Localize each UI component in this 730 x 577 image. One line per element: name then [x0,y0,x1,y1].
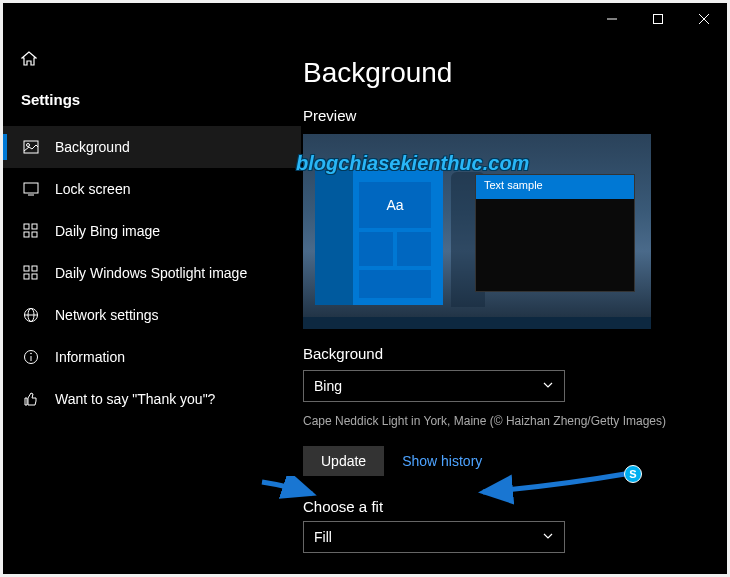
info-icon [21,349,41,365]
svg-rect-10 [24,232,29,237]
settings-window: Settings Background Lock screen Daily Bi… [3,3,727,574]
thumbsup-icon [21,391,41,407]
button-row: Update Show history [303,446,703,476]
chevron-down-icon [542,378,554,394]
preview-sample-window: Text sample [475,174,635,292]
sidebar-item-thankyou[interactable]: Want to say "Thank you"? [3,378,301,420]
titlebar [3,3,727,35]
svg-rect-13 [32,266,37,271]
page-title: Background [303,57,703,89]
svg-point-5 [27,144,30,147]
preview-start-menu: Aa [315,170,443,305]
svg-rect-6 [24,183,38,193]
preview-window-title: Text sample [476,175,634,199]
nav-label: Lock screen [55,181,130,197]
svg-rect-8 [24,224,29,229]
maximize-button[interactable] [635,3,681,35]
sidebar: Settings Background Lock screen Daily Bi… [3,35,301,574]
close-button[interactable] [681,3,727,35]
background-label: Background [303,345,703,362]
dropdown-value: Fill [314,529,332,545]
preview-taskbar [303,317,651,329]
grid-icon [21,265,41,281]
monitor-icon [21,181,41,197]
nav-label: Information [55,349,125,365]
svg-rect-4 [24,141,38,153]
minimize-button[interactable] [589,3,635,35]
image-icon [21,139,41,155]
svg-rect-15 [32,274,37,279]
sidebar-title: Settings [3,85,301,126]
show-history-link[interactable]: Show history [402,453,482,469]
dropdown-value: Bing [314,378,342,394]
nav-label: Daily Bing image [55,223,160,239]
svg-rect-1 [654,15,663,24]
update-button[interactable]: Update [303,446,384,476]
svg-rect-12 [24,266,29,271]
sidebar-item-daily-bing[interactable]: Daily Bing image [3,210,301,252]
fit-dropdown[interactable]: Fill [303,521,565,553]
sidebar-item-daily-spotlight[interactable]: Daily Windows Spotlight image [3,252,301,294]
sidebar-item-lockscreen[interactable]: Lock screen [3,168,301,210]
svg-point-21 [30,353,32,355]
nav-label: Want to say "Thank you"? [55,391,215,407]
background-dropdown[interactable]: Bing [303,370,565,402]
svg-rect-9 [32,224,37,229]
desktop-preview: Aa Text sample [303,134,651,329]
choose-fit-label: Choose a fit [303,498,703,515]
svg-rect-11 [32,232,37,237]
nav-label: Background [55,139,130,155]
globe-icon [21,307,41,323]
grid-icon [21,223,41,239]
chevron-down-icon [542,529,554,545]
skype-badge-icon: S [624,465,642,483]
nav-label: Daily Windows Spotlight image [55,265,247,281]
nav-label: Network settings [55,307,158,323]
preview-label: Preview [303,107,703,124]
sidebar-item-information[interactable]: Information [3,336,301,378]
main-panel: Background Preview Aa Text sample Backgr… [301,35,727,574]
sidebar-item-network[interactable]: Network settings [3,294,301,336]
preview-tile-aa: Aa [359,182,431,228]
home-button[interactable] [3,43,301,85]
svg-rect-14 [24,274,29,279]
sidebar-item-background[interactable]: Background [3,126,301,168]
home-icon [21,53,37,70]
content-area: Settings Background Lock screen Daily Bi… [3,35,727,574]
image-caption: Cape Neddick Light in York, Maine (© Hai… [303,414,703,428]
